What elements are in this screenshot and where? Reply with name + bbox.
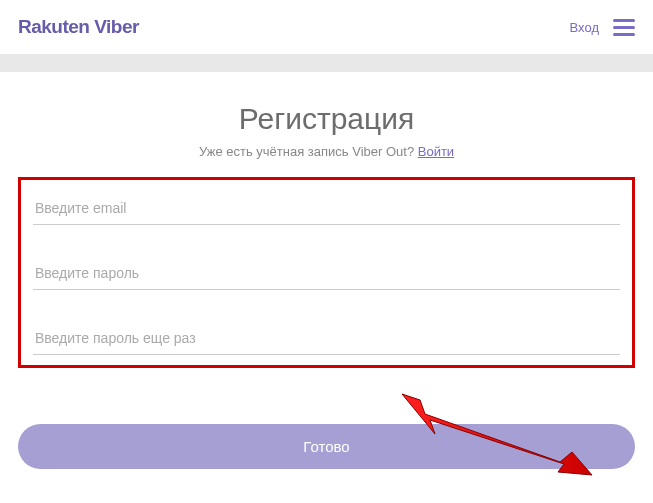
hamburger-icon[interactable]: [613, 19, 635, 36]
subtitle-text: Уже есть учётная запись Viber Out?: [199, 144, 418, 159]
header-right: Вход: [570, 19, 635, 36]
submit-button[interactable]: Готово: [18, 424, 635, 469]
page-title: Регистрация: [18, 102, 635, 136]
password-input[interactable]: [33, 259, 620, 290]
header: Rakuten Viber Вход: [0, 0, 653, 54]
email-input[interactable]: [33, 194, 620, 225]
main-content: Регистрация Уже есть учётная запись Vibe…: [0, 72, 653, 489]
logo[interactable]: Rakuten Viber: [18, 16, 139, 38]
login-link[interactable]: Вход: [570, 20, 599, 35]
subtitle: Уже есть учётная запись Viber Out? Войти: [18, 144, 635, 159]
password-field-wrapper: [33, 259, 620, 290]
registration-form-highlight: [18, 177, 635, 368]
divider-bar: [0, 54, 653, 72]
email-field-wrapper: [33, 194, 620, 225]
password-confirm-field-wrapper: [33, 324, 620, 355]
password-confirm-input[interactable]: [33, 324, 620, 355]
signin-link[interactable]: Войти: [418, 144, 454, 159]
